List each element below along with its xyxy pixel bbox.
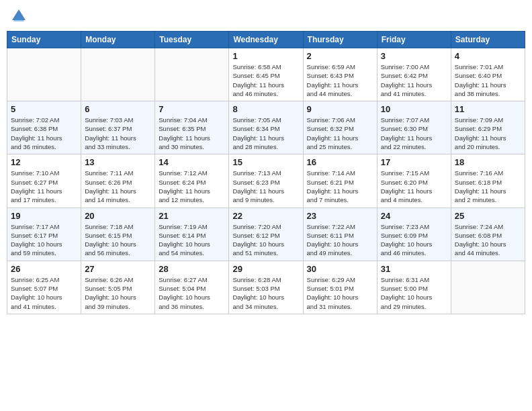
day-number: 18 xyxy=(455,157,521,167)
day-info: Sunrise: 7:11 AM Sunset: 6:26 PM Dayligh… xyxy=(85,169,151,204)
day-number: 11 xyxy=(455,104,521,114)
day-number: 30 xyxy=(307,264,373,274)
day-info: Sunrise: 7:03 AM Sunset: 6:37 PM Dayligh… xyxy=(85,116,151,151)
calendar-cell: 13Sunrise: 7:11 AM Sunset: 6:26 PM Dayli… xyxy=(81,154,155,208)
calendar-cell: 8Sunrise: 7:05 AM Sunset: 6:34 PM Daylig… xyxy=(229,101,303,154)
day-info: Sunrise: 7:01 AM Sunset: 6:40 PM Dayligh… xyxy=(455,62,521,98)
day-info: Sunrise: 6:58 AM Sunset: 6:45 PM Dayligh… xyxy=(232,62,299,98)
day-info: Sunrise: 7:13 AM Sunset: 6:23 PM Dayligh… xyxy=(232,169,299,204)
day-number: 28 xyxy=(159,264,225,274)
page-header xyxy=(7,7,525,26)
weekday-header-sunday: Sunday xyxy=(7,32,81,48)
calendar-cell: 27Sunrise: 6:26 AM Sunset: 5:05 PM Dayli… xyxy=(81,261,155,314)
day-number: 21 xyxy=(159,211,225,221)
day-info: Sunrise: 7:06 AM Sunset: 6:32 PM Dayligh… xyxy=(307,116,373,151)
day-info: Sunrise: 6:31 AM Sunset: 5:00 PM Dayligh… xyxy=(381,275,447,311)
day-info: Sunrise: 6:28 AM Sunset: 5:03 PM Dayligh… xyxy=(232,275,299,311)
calendar-cell: 12Sunrise: 7:10 AM Sunset: 6:27 PM Dayli… xyxy=(7,154,81,208)
calendar-cell: 19Sunrise: 7:17 AM Sunset: 6:17 PM Dayli… xyxy=(7,208,81,261)
calendar-cell xyxy=(81,48,155,101)
weekday-header-friday: Friday xyxy=(377,32,451,48)
calendar-cell: 26Sunrise: 6:25 AM Sunset: 5:07 PM Dayli… xyxy=(7,261,81,314)
day-number: 17 xyxy=(381,157,447,167)
day-info: Sunrise: 7:00 AM Sunset: 6:42 PM Dayligh… xyxy=(381,62,447,98)
weekday-header-wednesday: Wednesday xyxy=(229,32,303,48)
day-number: 29 xyxy=(232,264,299,274)
calendar-cell: 22Sunrise: 7:20 AM Sunset: 6:12 PM Dayli… xyxy=(229,208,303,261)
day-info: Sunrise: 6:29 AM Sunset: 5:01 PM Dayligh… xyxy=(307,275,373,311)
calendar-cell: 9Sunrise: 7:06 AM Sunset: 6:32 PM Daylig… xyxy=(303,101,377,154)
day-info: Sunrise: 7:23 AM Sunset: 6:09 PM Dayligh… xyxy=(381,222,447,258)
calendar-cell: 31Sunrise: 6:31 AM Sunset: 5:00 PM Dayli… xyxy=(377,261,451,314)
day-number: 4 xyxy=(455,51,521,61)
day-number: 1 xyxy=(232,51,299,61)
calendar-cell: 30Sunrise: 6:29 AM Sunset: 5:01 PM Dayli… xyxy=(303,261,377,314)
day-number: 2 xyxy=(307,51,373,61)
day-info: Sunrise: 7:22 AM Sunset: 6:11 PM Dayligh… xyxy=(307,222,373,258)
calendar-cell: 23Sunrise: 7:22 AM Sunset: 6:11 PM Dayli… xyxy=(303,208,377,261)
calendar-cell xyxy=(7,48,81,101)
calendar-cell: 14Sunrise: 7:12 AM Sunset: 6:24 PM Dayli… xyxy=(155,154,229,208)
calendar-cell: 5Sunrise: 7:02 AM Sunset: 6:38 PM Daylig… xyxy=(7,101,81,154)
day-info: Sunrise: 7:04 AM Sunset: 6:35 PM Dayligh… xyxy=(159,116,225,151)
calendar-cell: 28Sunrise: 6:27 AM Sunset: 5:04 PM Dayli… xyxy=(155,261,229,314)
day-number: 14 xyxy=(159,157,225,167)
calendar-week-row: 12Sunrise: 7:10 AM Sunset: 6:27 PM Dayli… xyxy=(7,154,525,208)
calendar-cell: 17Sunrise: 7:15 AM Sunset: 6:20 PM Dayli… xyxy=(377,154,451,208)
day-info: Sunrise: 7:24 AM Sunset: 6:08 PM Dayligh… xyxy=(455,222,521,258)
day-number: 7 xyxy=(159,104,225,114)
day-number: 26 xyxy=(11,264,77,274)
day-info: Sunrise: 7:18 AM Sunset: 6:15 PM Dayligh… xyxy=(85,222,151,258)
day-info: Sunrise: 7:07 AM Sunset: 6:30 PM Dayligh… xyxy=(381,116,447,151)
calendar-table: SundayMondayTuesdayWednesdayThursdayFrid… xyxy=(7,31,525,314)
calendar-week-row: 5Sunrise: 7:02 AM Sunset: 6:38 PM Daylig… xyxy=(7,101,525,154)
calendar-cell: 7Sunrise: 7:04 AM Sunset: 6:35 PM Daylig… xyxy=(155,101,229,154)
calendar-cell: 20Sunrise: 7:18 AM Sunset: 6:15 PM Dayli… xyxy=(81,208,155,261)
weekday-header-thursday: Thursday xyxy=(303,32,377,48)
calendar-week-row: 19Sunrise: 7:17 AM Sunset: 6:17 PM Dayli… xyxy=(7,208,525,261)
day-info: Sunrise: 6:26 AM Sunset: 5:05 PM Dayligh… xyxy=(85,275,151,311)
day-info: Sunrise: 6:25 AM Sunset: 5:07 PM Dayligh… xyxy=(11,275,77,311)
day-info: Sunrise: 7:09 AM Sunset: 6:29 PM Dayligh… xyxy=(455,116,521,151)
day-info: Sunrise: 7:17 AM Sunset: 6:17 PM Dayligh… xyxy=(11,222,77,258)
day-number: 16 xyxy=(307,157,373,167)
day-number: 12 xyxy=(11,157,77,167)
day-number: 5 xyxy=(11,104,77,114)
calendar-cell: 10Sunrise: 7:07 AM Sunset: 6:30 PM Dayli… xyxy=(377,101,451,154)
day-number: 25 xyxy=(455,211,521,221)
day-number: 27 xyxy=(85,264,151,274)
calendar-cell: 3Sunrise: 7:00 AM Sunset: 6:42 PM Daylig… xyxy=(377,48,451,101)
calendar-cell: 21Sunrise: 7:19 AM Sunset: 6:14 PM Dayli… xyxy=(155,208,229,261)
calendar-cell: 29Sunrise: 6:28 AM Sunset: 5:03 PM Dayli… xyxy=(229,261,303,314)
logo xyxy=(9,7,30,26)
calendar-cell xyxy=(451,261,525,314)
day-number: 8 xyxy=(232,104,299,114)
day-number: 13 xyxy=(85,157,151,167)
calendar-cell: 25Sunrise: 7:24 AM Sunset: 6:08 PM Dayli… xyxy=(451,208,525,261)
weekday-header-monday: Monday xyxy=(81,32,155,48)
logo-icon xyxy=(9,7,28,26)
calendar-cell: 18Sunrise: 7:16 AM Sunset: 6:18 PM Dayli… xyxy=(451,154,525,208)
day-number: 3 xyxy=(381,51,447,61)
day-info: Sunrise: 7:02 AM Sunset: 6:38 PM Dayligh… xyxy=(11,116,77,151)
calendar-cell: 16Sunrise: 7:14 AM Sunset: 6:21 PM Dayli… xyxy=(303,154,377,208)
weekday-header-saturday: Saturday xyxy=(451,32,525,48)
day-info: Sunrise: 7:12 AM Sunset: 6:24 PM Dayligh… xyxy=(159,169,225,204)
calendar-week-row: 26Sunrise: 6:25 AM Sunset: 5:07 PM Dayli… xyxy=(7,261,525,314)
day-info: Sunrise: 6:27 AM Sunset: 5:04 PM Dayligh… xyxy=(159,275,225,311)
day-number: 22 xyxy=(232,211,299,221)
day-number: 24 xyxy=(381,211,447,221)
day-info: Sunrise: 7:14 AM Sunset: 6:21 PM Dayligh… xyxy=(307,169,373,204)
day-number: 19 xyxy=(11,211,77,221)
day-number: 15 xyxy=(232,157,299,167)
day-number: 20 xyxy=(85,211,151,221)
day-number: 23 xyxy=(307,211,373,221)
calendar-cell: 15Sunrise: 7:13 AM Sunset: 6:23 PM Dayli… xyxy=(229,154,303,208)
day-info: Sunrise: 7:20 AM Sunset: 6:12 PM Dayligh… xyxy=(232,222,299,258)
calendar-cell: 1Sunrise: 6:58 AM Sunset: 6:45 PM Daylig… xyxy=(229,48,303,101)
day-info: Sunrise: 7:19 AM Sunset: 6:14 PM Dayligh… xyxy=(159,222,225,258)
calendar-cell: 6Sunrise: 7:03 AM Sunset: 6:37 PM Daylig… xyxy=(81,101,155,154)
weekday-header-tuesday: Tuesday xyxy=(155,32,229,48)
calendar-cell: 24Sunrise: 7:23 AM Sunset: 6:09 PM Dayli… xyxy=(377,208,451,261)
calendar-cell: 2Sunrise: 6:59 AM Sunset: 6:43 PM Daylig… xyxy=(303,48,377,101)
